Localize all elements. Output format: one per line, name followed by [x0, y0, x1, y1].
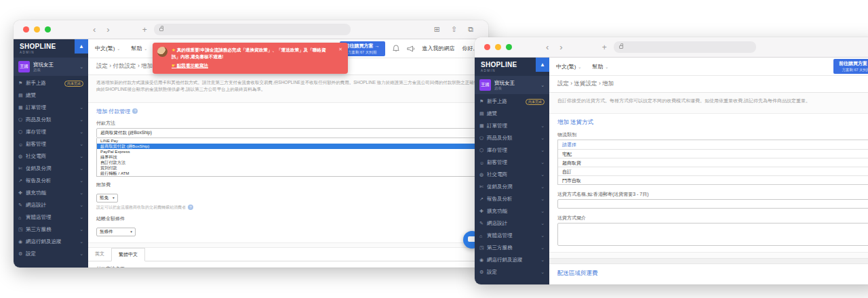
sidebar-item[interactable]: ✎網店設計⌄: [14, 199, 88, 211]
marketing-tracking-icon: ◉: [479, 257, 487, 263]
sidebar-item[interactable]: ⚑新手上路尚未完成: [475, 95, 549, 108]
customers-icon: ☺: [479, 161, 487, 165]
orders-icon: ▦: [479, 123, 487, 129]
store-switcher[interactable]: 王國 寶玩女王 店長 ⌄: [475, 76, 549, 94]
sidebar-item[interactable]: ⚙設定⌄: [475, 266, 549, 278]
sidebar-item[interactable]: ✎網店設計⌄: [475, 217, 549, 230]
dropdown-option[interactable]: 自訂付款方法: [97, 160, 479, 165]
sidebar-item[interactable]: ☺顧客管理⌄: [475, 156, 549, 169]
close-window-button[interactable]: [484, 44, 490, 50]
dropdown-option[interactable]: 超商取貨付款 (經BoxShip): [97, 144, 479, 149]
customers-icon: ☺: [18, 142, 26, 147]
share-icon[interactable]: ⇧: [451, 25, 457, 34]
enter-store-link[interactable]: 進入我的網店: [422, 45, 455, 52]
payment-method-select[interactable]: 超商取貨付款 (經BoxShip): [96, 128, 480, 138]
sidebar-item[interactable]: ↗報告及分析⌄: [14, 175, 88, 187]
help-menu[interactable]: 幫助⌄: [592, 63, 608, 70]
minimize-window-button[interactable]: [34, 26, 40, 33]
tab-traditional-chinese[interactable]: 繁體中文: [111, 248, 145, 261]
dropdown-option[interactable]: 自訂: [558, 167, 868, 175]
sidebar-toggle-icon[interactable]: ⊞: [434, 25, 440, 34]
delivery-desc-input[interactable]: [557, 223, 868, 246]
tab-overview-icon[interactable]: ⧉: [468, 25, 473, 34]
dropdown-option[interactable]: 請選擇: [558, 140, 868, 149]
dropdown-option[interactable]: 宅配: [558, 149, 868, 158]
payment-name-label: 付款方法名稱: [96, 265, 480, 268]
inventory-icon: ⬡: [479, 148, 487, 153]
help-menu[interactable]: 幫助⌄: [131, 45, 147, 52]
sidebar-item[interactable]: ◳第三方服務⌄: [475, 242, 549, 254]
chevron-down-icon: ⌄: [540, 83, 545, 88]
sidebar-item[interactable]: ⬠商品及分類⌄: [14, 114, 88, 126]
sidebar-item[interactable]: ◉網店行銷及追蹤⌄: [14, 236, 88, 248]
sidebar-item[interactable]: ⬡庫存管理⌄: [475, 144, 549, 156]
sidebar-item[interactable]: ▤總覽: [14, 89, 88, 102]
sidebar-item[interactable]: ⌂實體店管理⌄: [475, 230, 549, 242]
help-question-icon[interactable]: ?: [132, 108, 138, 114]
dropdown-option[interactable]: 銀行轉帳 / ATM: [97, 171, 479, 176]
help-question-icon[interactable]: ?: [188, 205, 193, 210]
minimize-window-button[interactable]: [495, 44, 501, 50]
breadcrumb: 設定 › 送貨設定 › 增加: [549, 76, 868, 93]
language-menu[interactable]: 中文(繁)⌄: [556, 63, 581, 70]
dropdown-option[interactable]: LINE Pay: [97, 138, 479, 144]
sidebar-item[interactable]: ✚擴充功能⌄: [475, 205, 549, 217]
sidebar-item[interactable]: ✄促銷及分潤⌄: [475, 181, 549, 193]
sidebar-item-label: 設定: [487, 269, 497, 276]
close-window-button[interactable]: [23, 26, 29, 33]
payment-settings-card: 增加 付款管理 ? 付款方法 超商取貨付款 (經BoxShip) LINE Pa…: [88, 102, 488, 243]
shopline-logo: SHOPLINE ADMIN ▲: [475, 58, 549, 76]
sidebar-item[interactable]: ◳第三方服務⌄: [14, 224, 88, 236]
sidebar-item[interactable]: ◍社交電商⌄: [475, 169, 549, 181]
sidebar-item[interactable]: ⚑新手上路尚未完成: [14, 77, 88, 89]
back-icon[interactable]: ‹: [546, 43, 549, 51]
close-icon[interactable]: ✕: [338, 47, 342, 60]
zoom-window-button[interactable]: [506, 44, 512, 50]
dropdown-option[interactable]: 貨到付款: [97, 165, 479, 171]
forward-icon[interactable]: ›: [559, 43, 562, 51]
tab-english[interactable]: 英文: [88, 248, 111, 261]
sidebar-item[interactable]: ✄促銷及分潤⌄: [14, 163, 88, 175]
flag-icon: ⚑: [18, 81, 26, 86]
surcharge-select[interactable]: 豁免 ▾: [96, 194, 118, 203]
sidebar-item[interactable]: ◉網店行銷及追蹤⌄: [475, 254, 549, 266]
forward-icon[interactable]: ›: [106, 25, 109, 34]
dropdown-option[interactable]: 超商取貨: [558, 158, 868, 167]
buy-plan-button[interactable]: 前往購買方案 → 方案剩 67 天到期: [833, 59, 868, 74]
sidebar-item[interactable]: ▤總覽: [475, 108, 549, 120]
sidebar-item-label: 商品及分類: [487, 135, 513, 142]
sidebar-item-label: 網店設計: [487, 220, 507, 227]
delivery-name-input[interactable]: [557, 199, 868, 209]
amount-condition-select[interactable]: 無條件 ▾: [96, 228, 136, 236]
sidebar-item[interactable]: ↗報告及分析⌄: [475, 193, 549, 205]
dropdown-option[interactable]: 綠界科技: [97, 154, 479, 160]
language-menu[interactable]: 中文(繁)⌄: [95, 45, 120, 52]
sidebar-item[interactable]: ⌂實體店管理⌄: [14, 211, 88, 224]
zoom-window-button[interactable]: [45, 26, 51, 33]
settings-icon: ⚙: [479, 270, 487, 275]
new-tab-icon[interactable]: +: [602, 43, 607, 52]
sidebar-item[interactable]: ✚擴充功能⌄: [14, 187, 88, 199]
chevron-down-icon: ▾: [113, 196, 115, 200]
address-bar[interactable]: [154, 24, 351, 35]
sidebar-item[interactable]: ☺顧客管理⌄: [14, 138, 88, 150]
sidebar-item-label: 報告及分析: [487, 196, 513, 203]
megaphone-icon[interactable]: [407, 45, 415, 52]
sidebar-item[interactable]: ⚙設定⌄: [14, 248, 88, 260]
store-switcher[interactable]: 王國 寶玩女王 店長 ⌄: [14, 58, 88, 76]
back-icon[interactable]: ‹: [93, 25, 96, 34]
sidebar-item[interactable]: ▦訂單管理⌄: [14, 102, 88, 114]
sidebar-item[interactable]: ⬡庫存管理⌄: [14, 126, 88, 138]
retail-store-icon: ⌂: [479, 234, 487, 238]
sidebar-item[interactable]: ▦訂單管理⌄: [475, 120, 549, 132]
new-tab-icon[interactable]: +: [142, 25, 147, 35]
surcharge-label: 附加費: [96, 182, 480, 188]
dropdown-option[interactable]: 門市自取: [558, 175, 868, 184]
sidebar-item[interactable]: ⬠商品及分類⌄: [475, 132, 549, 144]
bell-icon[interactable]: [393, 45, 399, 52]
dropdown-option[interactable]: PayPal Express: [97, 149, 479, 154]
address-bar[interactable]: [614, 41, 756, 53]
sidebar-item[interactable]: ◍社交電商⌄: [14, 150, 88, 163]
example-link[interactable]: ☛ 點我看示範寫法: [172, 63, 342, 69]
nav-buttons: ‹ ›: [546, 43, 563, 51]
